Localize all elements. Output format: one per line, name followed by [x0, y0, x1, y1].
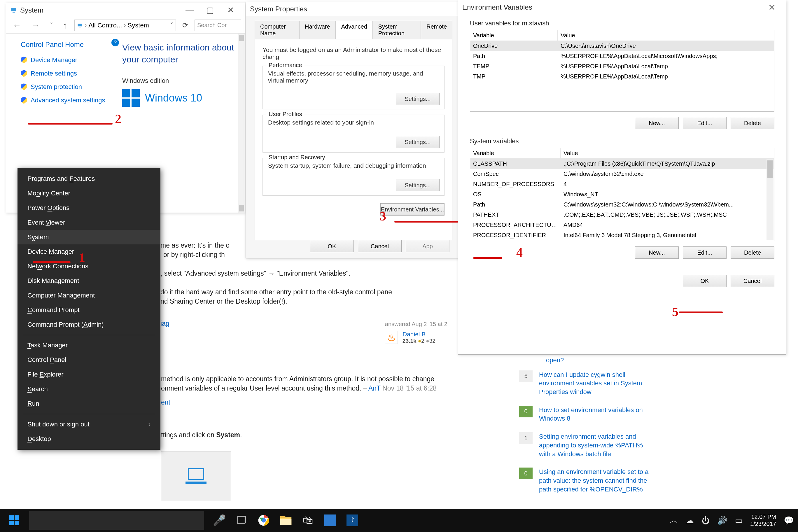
- table-row[interactable]: PATHEXT.COM;.EXE;.BAT;.CMD;.VBS;.VBE;.JS…: [470, 210, 774, 220]
- breadcrumb[interactable]: › All Contro... › System ˅: [74, 20, 176, 31]
- mic-icon[interactable]: 🎤: [212, 513, 226, 527]
- sys-new-button[interactable]: New...: [635, 246, 679, 259]
- tab-system-protection[interactable]: System Protection: [373, 21, 421, 39]
- winx-item-computer-management[interactable]: Computer Management: [18, 288, 160, 303]
- scroll-thumb[interactable]: [767, 160, 773, 178]
- perf-settings-button[interactable]: Settings...: [396, 93, 439, 105]
- task-view-icon[interactable]: ❐: [234, 513, 248, 527]
- ok-button[interactable]: OK: [683, 275, 726, 287]
- table-row[interactable]: OSWindows_NT: [470, 189, 774, 200]
- apply-button[interactable]: App: [406, 240, 450, 252]
- related-link[interactable]: How to set environment variables on Wind…: [539, 406, 650, 423]
- tab-hardware[interactable]: Hardware: [299, 21, 336, 39]
- clock[interactable]: 12:07 PM1/23/2017: [750, 513, 776, 527]
- winx-item-programs-and-features[interactable]: Programs and Features: [18, 171, 160, 186]
- winx-item-file-explorer[interactable]: File Explorer: [18, 367, 160, 382]
- table-row[interactable]: TMP%USERPROFILE%\AppData\Local\Temp: [470, 72, 774, 82]
- user-vars-table[interactable]: Variable Value OneDriveC:\Users\m.stavis…: [470, 30, 774, 112]
- winx-item-event-viewer[interactable]: Event Viewer: [18, 215, 160, 230]
- winx-item-system[interactable]: System: [18, 230, 160, 244]
- winx-item-device-manager[interactable]: Device Manager: [18, 244, 160, 259]
- user-delete-button[interactable]: Delete: [730, 117, 774, 129]
- winx-item-task-manager[interactable]: Task Manager: [18, 338, 160, 353]
- table-row[interactable]: ComSpecC:\windows\system32\cmd.exe: [470, 169, 774, 179]
- ok-button[interactable]: OK: [310, 240, 354, 252]
- scroll-up-icon[interactable]: [239, 35, 244, 41]
- action-center-icon[interactable]: 💬: [784, 516, 794, 525]
- taskbar[interactable]: 🎤 ❐ 🛍 ⤴ ︿ ☁ ⏻ 🔊 ▭ 12:07 PM1/23/2017 💬: [0, 509, 798, 532]
- commenter-link[interactable]: AnT: [368, 384, 381, 392]
- titlebar[interactable]: System Properties: [246, 2, 461, 16]
- startup-settings-button[interactable]: Settings...: [396, 179, 439, 191]
- winx-item-search[interactable]: Search: [18, 382, 160, 396]
- network-icon[interactable]: ▭: [735, 516, 743, 525]
- crumb[interactable]: All Contro...: [88, 22, 122, 29]
- up-button[interactable]: ↑: [60, 19, 70, 32]
- tab-computer-name[interactable]: Computer Name: [254, 21, 299, 39]
- refresh-button[interactable]: ⟳: [180, 21, 190, 30]
- winx-item-command-prompt-admin-[interactable]: Command Prompt (Admin): [18, 317, 160, 332]
- app-icon[interactable]: [323, 513, 337, 527]
- table-row[interactable]: NUMBER_OF_PROCESSORS4: [470, 179, 774, 189]
- col-variable[interactable]: Variable: [470, 148, 560, 159]
- scroll-down-icon[interactable]: [239, 205, 244, 211]
- system-protection-link[interactable]: System protection: [21, 83, 110, 91]
- sys-delete-button[interactable]: Delete: [730, 246, 774, 259]
- answer-user-card[interactable]: ♨ Daniel B 23.1k ●2 ●32: [385, 331, 435, 344]
- table-row[interactable]: OneDriveC:\Users\m.stavish\OneDrive: [470, 41, 774, 51]
- winx-item-control-panel[interactable]: Control Panel: [18, 353, 160, 367]
- tray-overflow-icon[interactable]: ︿: [670, 515, 678, 526]
- close-button[interactable]: ✕: [762, 0, 782, 14]
- winx-item-desktop[interactable]: Desktop: [18, 432, 160, 446]
- winx-item-power-options[interactable]: Power Options: [18, 201, 160, 215]
- device-manager-link[interactable]: Device Manager: [21, 56, 110, 64]
- cancel-button[interactable]: Cancel: [358, 240, 402, 252]
- system-tray[interactable]: ︿ ☁ ⏻ 🔊 ▭ 12:07 PM1/23/2017 💬: [670, 513, 798, 527]
- crumb-dropdown-icon[interactable]: ˅: [170, 22, 173, 29]
- user-edit-button[interactable]: Edit...: [683, 117, 726, 129]
- scrollbar[interactable]: [766, 159, 774, 240]
- taskbar-search[interactable]: [29, 511, 204, 530]
- related-link[interactable]: Setting environment variables and append…: [539, 432, 650, 458]
- related-link[interactable]: open?: [546, 356, 564, 364]
- winx-item-shut-down-or-sign-out[interactable]: Shut down or sign out›: [18, 417, 160, 432]
- advanced-system-settings-link[interactable]: Advanced system settings: [21, 97, 110, 104]
- maximize-button[interactable]: ▢: [200, 3, 220, 17]
- related-link[interactable]: Using an environment variable set to a p…: [539, 468, 650, 494]
- table-row[interactable]: Path%USERPROFILE%\AppData\Local\Microsof…: [470, 51, 774, 61]
- col-variable[interactable]: Variable: [470, 30, 558, 41]
- history-dropdown[interactable]: ˅: [47, 20, 56, 30]
- titlebar[interactable]: System — ▢ ✕: [6, 3, 245, 17]
- table-row[interactable]: PathC:\windows\system32;C:\windows;C:\wi…: [470, 200, 774, 210]
- search-input[interactable]: Search Cor: [194, 20, 241, 31]
- add-comment-link[interactable]: ent: [161, 398, 170, 406]
- remote-settings-link[interactable]: Remote settings: [21, 70, 110, 77]
- table-row[interactable]: CLASSPATH.;C:\Program Files (x86)\QuickT…: [470, 159, 774, 169]
- cancel-button[interactable]: Cancel: [730, 275, 774, 287]
- winx-item-run[interactable]: Run: [18, 396, 160, 411]
- close-button[interactable]: ✕: [220, 3, 241, 17]
- winx-item-command-prompt[interactable]: Command Prompt: [18, 303, 160, 317]
- power-icon[interactable]: ⏻: [701, 516, 710, 525]
- table-row[interactable]: PROCESSOR_IDENTIFIERIntel64 Family 6 Mod…: [470, 230, 774, 240]
- onedrive-icon[interactable]: ☁: [686, 516, 694, 525]
- related-link[interactable]: How can I update cygwin shell environmen…: [539, 370, 650, 396]
- profiles-settings-button[interactable]: Settings...: [396, 136, 439, 148]
- cp-home-link[interactable]: Control Panel Home: [21, 40, 110, 49]
- user-link[interactable]: Daniel B: [402, 331, 435, 338]
- help-icon[interactable]: ?: [111, 39, 119, 46]
- titlebar[interactable]: Environment Variables ✕: [458, 0, 786, 14]
- app-icon[interactable]: ⤴: [345, 513, 359, 527]
- environment-variables-button[interactable]: Environment Variables...: [380, 203, 444, 215]
- forward-button[interactable]: →: [28, 19, 43, 32]
- chrome-icon[interactable]: [256, 513, 271, 527]
- volume-icon[interactable]: 🔊: [717, 516, 727, 525]
- user-new-button[interactable]: New...: [635, 117, 679, 129]
- crumb[interactable]: System: [128, 22, 149, 29]
- tab-remote[interactable]: Remote: [421, 21, 452, 39]
- table-row[interactable]: PROCESSOR_ARCHITECTUREAMD64: [470, 220, 774, 230]
- minimize-button[interactable]: —: [179, 3, 200, 17]
- table-row[interactable]: TEMP%USERPROFILE%\AppData\Local\Temp: [470, 61, 774, 72]
- store-icon[interactable]: 🛍: [301, 513, 315, 527]
- system-vars-table[interactable]: Variable Value CLASSPATH.;C:\Program Fil…: [470, 148, 774, 241]
